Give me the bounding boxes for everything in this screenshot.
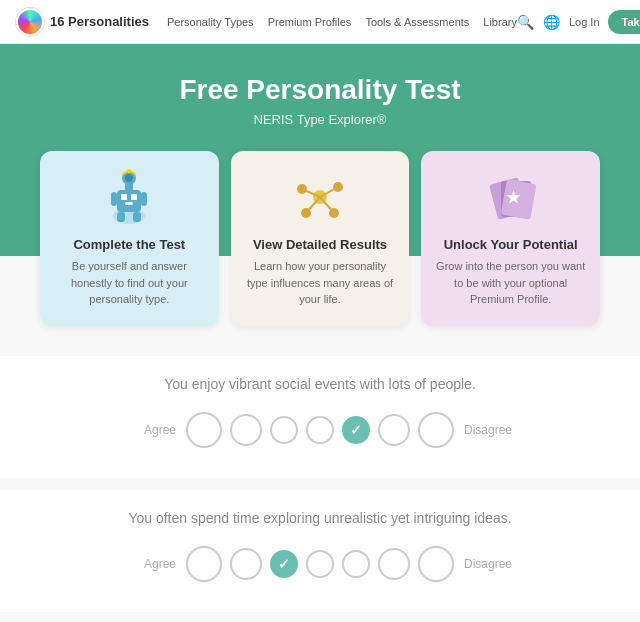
- card-results-desc: Learn how your personality type influenc…: [245, 258, 396, 308]
- q1-circles: [186, 412, 454, 448]
- q1-circle-4[interactable]: [306, 416, 334, 444]
- card-results-icon: [290, 167, 350, 227]
- nav-library[interactable]: Library: [483, 16, 517, 28]
- question-1-text: You enjoy vibrant social events with lot…: [40, 376, 600, 392]
- card-results: View Detailed Results Learn how your per…: [231, 151, 410, 326]
- q2-circle-3[interactable]: [270, 550, 298, 578]
- svg-rect-10: [141, 192, 147, 206]
- feature-cards: Complete the Test Be yourself and answer…: [20, 151, 620, 326]
- logo-icon: [16, 8, 44, 36]
- q1-circle-3[interactable]: [270, 416, 298, 444]
- search-icon[interactable]: 🔍: [517, 13, 535, 31]
- card-results-title: View Detailed Results: [245, 237, 396, 252]
- q1-circle-7[interactable]: [418, 412, 454, 448]
- nav-premium-profiles[interactable]: Premium Profiles: [268, 16, 352, 28]
- svg-line-20: [306, 197, 320, 213]
- globe-icon[interactable]: 🌐: [543, 13, 561, 31]
- nav-tools[interactable]: Tools & Assessments: [365, 16, 469, 28]
- svg-rect-11: [117, 212, 125, 222]
- hero-section: Free Personality Test NERIS Type Explore…: [0, 44, 640, 326]
- navbar: 16 Personalities Personality Types Premi…: [0, 0, 640, 44]
- svg-rect-12: [133, 212, 141, 222]
- card-complete-icon: [99, 167, 159, 227]
- q2-circle-6[interactable]: [378, 548, 410, 580]
- svg-rect-4: [125, 202, 133, 205]
- question-2: You often spend time exploring unrealist…: [0, 490, 640, 612]
- q1-circle-6[interactable]: [378, 414, 410, 446]
- question-1: You enjoy vibrant social events with lot…: [0, 356, 640, 478]
- take-test-button[interactable]: Take the Test: [608, 10, 640, 34]
- svg-point-7: [125, 174, 133, 182]
- svg-rect-3: [131, 194, 137, 200]
- svg-rect-2: [121, 194, 127, 200]
- q1-agree-label: Agree: [126, 423, 176, 437]
- card-complete: Complete the Test Be yourself and answer…: [40, 151, 219, 326]
- q2-circle-5[interactable]: [342, 550, 370, 578]
- q2-agree-label: Agree: [126, 557, 176, 571]
- q1-circle-5[interactable]: [342, 416, 370, 444]
- hero-subtitle: NERIS Type Explorer®: [20, 112, 620, 127]
- card-potential-title: Unlock Your Potential: [435, 237, 586, 252]
- card-potential: ★ Unlock Your Potential Grow into the pe…: [421, 151, 600, 326]
- svg-point-8: [127, 169, 131, 173]
- q1-circle-1[interactable]: [186, 412, 222, 448]
- question-2-rating: Agree Disagree: [40, 546, 600, 582]
- questions-section: You enjoy vibrant social events with lot…: [0, 326, 640, 623]
- brand-name: 16 Personalities: [50, 14, 149, 29]
- nav-personality-types[interactable]: Personality Types: [167, 16, 254, 28]
- nav-actions: 🔍 🌐 Log In Take the Test: [517, 10, 640, 34]
- q1-circle-2[interactable]: [230, 414, 262, 446]
- question-1-rating: Agree Disagree: [40, 412, 600, 448]
- q2-circle-2[interactable]: [230, 548, 262, 580]
- q1-disagree-label: Disagree: [464, 423, 514, 437]
- nav-links: Personality Types Premium Profiles Tools…: [167, 16, 517, 28]
- q2-circle-1[interactable]: [186, 546, 222, 582]
- logo[interactable]: 16 Personalities: [16, 8, 149, 36]
- q2-circles: [186, 546, 454, 582]
- svg-line-21: [320, 197, 334, 213]
- card-complete-title: Complete the Test: [54, 237, 205, 252]
- card-potential-icon: ★: [481, 167, 541, 227]
- svg-rect-9: [111, 192, 117, 206]
- q2-disagree-label: Disagree: [464, 557, 514, 571]
- q2-circle-4[interactable]: [306, 550, 334, 578]
- hero-title: Free Personality Test: [20, 74, 620, 106]
- card-potential-desc: Grow into the person you want to be with…: [435, 258, 586, 308]
- card-complete-desc: Be yourself and answer honestly to find …: [54, 258, 205, 308]
- login-link[interactable]: Log In: [569, 16, 600, 28]
- svg-rect-1: [117, 190, 141, 212]
- svg-text:★: ★: [506, 189, 521, 206]
- q2-circle-7[interactable]: [418, 546, 454, 582]
- question-2-text: You often spend time exploring unrealist…: [40, 510, 600, 526]
